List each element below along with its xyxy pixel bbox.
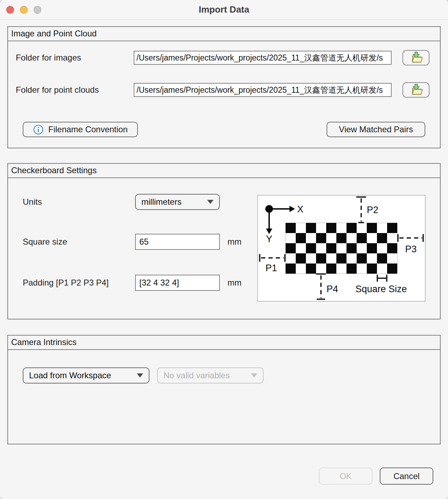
section-checkerboard-settings: Checkerboard Settings Units millimeters …: [7, 163, 441, 319]
info-icon: [33, 124, 44, 135]
x-axis-label: X: [297, 204, 303, 215]
p1-label: P1: [265, 263, 277, 273]
chevron-down-icon: [251, 373, 257, 378]
window-controls: [6, 6, 41, 14]
checkerboard-diagram-svg: X Y P2 P3: [258, 196, 425, 301]
folder-images-input[interactable]: [134, 51, 392, 65]
open-folder-import-icon: [409, 83, 424, 98]
section-title: Camera Intrinsics: [8, 336, 440, 350]
square-size-unit: mm: [227, 237, 241, 247]
filename-convention-button[interactable]: Filename Convention: [23, 122, 138, 137]
window-title: Import Data: [0, 4, 448, 15]
title-bar: Import Data: [0, 0, 448, 20]
cancel-button[interactable]: Cancel: [380, 468, 433, 485]
intrinsics-source-dropdown[interactable]: Load from Workspace: [23, 367, 149, 384]
square-size-input[interactable]: [135, 234, 220, 250]
padding-label: Padding [P1 P2 P3 P4]: [23, 278, 135, 288]
view-matched-pairs-label: View Matched Pairs: [339, 125, 413, 134]
section-title: Checkerboard Settings: [8, 164, 440, 178]
units-label: Units: [23, 197, 135, 207]
zoom-window-button[interactable]: [34, 6, 41, 14]
browse-images-button[interactable]: [402, 50, 429, 65]
filename-convention-label: Filename Convention: [48, 125, 128, 134]
folder-pointclouds-row: Folder for point clouds: [8, 82, 440, 98]
units-dropdown[interactable]: millimeters: [135, 194, 220, 210]
intrinsics-row: Load from Workspace No valid variables: [8, 367, 440, 384]
minimize-window-button[interactable]: [20, 6, 28, 14]
dialog-footer: OK Cancel: [319, 468, 433, 485]
chevron-down-icon: [207, 200, 214, 204]
intrinsics-variable-value: No valid variables: [163, 371, 230, 380]
p3-label: P3: [405, 244, 416, 254]
folder-images-row: Folder for images: [8, 50, 440, 65]
square-size-label: Square size: [23, 237, 135, 247]
p2-label: P2: [367, 205, 378, 215]
checkerboard-diagram: X Y P2 P3: [257, 195, 426, 302]
folder-pointclouds-label: Folder for point clouds: [16, 85, 134, 95]
padding-unit: mm: [227, 278, 241, 288]
ok-button[interactable]: OK: [319, 468, 372, 485]
p4-label: P4: [327, 284, 338, 294]
section-camera-intrinsics: Camera Intrinsics Load from Workspace No…: [7, 335, 441, 444]
section-title: Image and Point Cloud: [8, 27, 440, 41]
folder-pointclouds-input[interactable]: [134, 83, 392, 97]
chevron-down-icon: [137, 373, 143, 378]
intrinsics-variable-dropdown[interactable]: No valid variables: [157, 367, 264, 384]
browse-pointclouds-button[interactable]: [402, 82, 429, 98]
view-matched-pairs-button[interactable]: View Matched Pairs: [327, 122, 425, 137]
folder-images-label: Folder for images: [16, 53, 134, 63]
intrinsics-source-value: Load from Workspace: [29, 371, 111, 380]
y-axis-label: Y: [266, 234, 272, 244]
open-folder-import-icon: [409, 50, 424, 65]
section-image-and-point-cloud: Image and Point Cloud Folder for images …: [7, 26, 441, 148]
import-data-dialog: Import Data Image and Point Cloud Folder…: [0, 0, 448, 499]
section1-button-row: Filename Convention View Matched Pairs: [8, 122, 440, 137]
close-window-button[interactable]: [6, 6, 14, 14]
square-size-annotation: Square Size: [355, 284, 407, 294]
units-selected-value: millimeters: [141, 197, 182, 207]
padding-input[interactable]: [135, 275, 220, 291]
